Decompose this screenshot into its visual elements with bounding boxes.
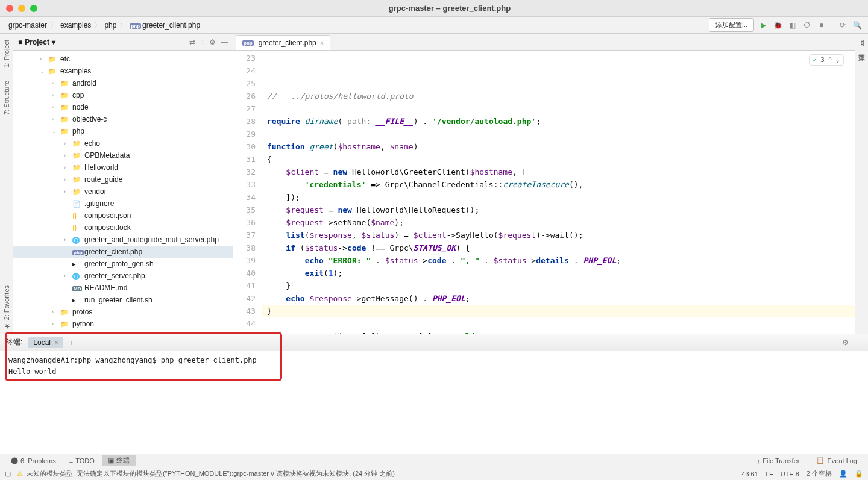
tab-problems[interactable]: ⬤ 6: Problems — [5, 455, 62, 466]
tab-file-transfer[interactable]: ↕ File Transfer — [751, 455, 806, 466]
stripe-database[interactable]: 🗄 数据库 — [856, 36, 867, 52]
line-number-gutter[interactable]: 2324252627282930313233343536373839404142… — [233, 51, 262, 334]
terminal-header: 终端: Local× + ⚙ — — [0, 334, 868, 351]
tree-item[interactable]: ›Cgreeter_server.php — [13, 270, 233, 282]
close-tab-icon[interactable]: × — [320, 39, 324, 46]
titlebar: grpc-master – greeter_client.php — [0, 0, 868, 17]
tab-todo[interactable]: ≡ TODO — [63, 456, 101, 466]
tree-item[interactable]: MDREADME.md — [13, 282, 233, 294]
stripe-structure[interactable]: 7: Structure — [2, 77, 11, 119]
line-separator[interactable]: LF — [766, 470, 773, 478]
window-title: grpc-master – greeter_client.php — [37, 4, 862, 13]
bottom-tool-stripe: ⬤ 6: Problems ≡ TODO ▣ 终端 ↕ File Transfe… — [0, 454, 868, 467]
tree-item[interactable]: 📄.gitignore — [13, 198, 233, 210]
tree-item[interactable]: ›📁Helloworld — [13, 161, 233, 173]
warning-icon: ⚠ — [17, 470, 23, 478]
tree-item[interactable]: ›📁node — [13, 101, 233, 113]
project-tree[interactable]: ›📁etc⌄📁examples›📁android›📁cpp›📁node›📁obj… — [13, 51, 233, 334]
tree-item[interactable]: ›📁echo — [13, 137, 233, 149]
tree-item[interactable]: {}composer.json — [13, 210, 233, 222]
tree-item[interactable]: {}composer.lock — [13, 222, 233, 234]
navigation-bar: grpc-master〉examples〉php〉phpgreeter_clie… — [0, 17, 868, 34]
chevron-down-icon[interactable]: ⌄ — [835, 56, 840, 64]
status-message: 未知的模块类型: 无法确定以下模块的模块类型("PYTHON_MODULE"):… — [27, 469, 395, 478]
terminal-label: 终端: — [6, 337, 22, 348]
left-tool-stripe: 1: Project 7: Structure ★ 2: Favorites — [0, 34, 13, 334]
tree-item[interactable]: ›📁objective-c — [13, 113, 233, 125]
project-view-selector[interactable]: ■ Project ▾ — [18, 38, 186, 46]
vcs-icon[interactable]: ⟳ — [838, 20, 848, 30]
settings-icon[interactable]: ⚙ — [209, 38, 216, 46]
tree-item[interactable]: ›📁route_guide — [13, 173, 233, 185]
stop-icon[interactable]: ■ — [817, 20, 826, 30]
tree-item[interactable]: ›📁vendor — [13, 185, 233, 198]
php-file-icon: php — [242, 40, 254, 46]
collapse-icon[interactable]: ÷ — [200, 38, 204, 46]
terminal-tool-window: 终端: Local× + ⚙ — wangzhoangdeAir:php wan… — [0, 334, 868, 454]
tree-item[interactable]: ⌄📁examples — [13, 65, 233, 77]
breadcrumb: grpc-master〉examples〉php〉phpgreeter_clie… — [6, 20, 706, 31]
stripe-favorites[interactable]: ★ 2: Favorites — [1, 282, 11, 334]
code-body[interactable]: // ../protos/helloworld.protorequire dir… — [262, 51, 855, 334]
editor-tab[interactable]: php greeter_client.php × — [236, 35, 330, 50]
settings-icon[interactable]: ⚙ — [842, 338, 849, 347]
tab-terminal[interactable]: ▣ 终端 — [102, 455, 136, 466]
debug-icon[interactable]: 🐞 — [773, 20, 783, 30]
terminal-tab-local[interactable]: Local× — [28, 337, 63, 348]
coverage-icon[interactable]: ◧ — [788, 20, 797, 30]
tree-item[interactable]: ›📁etc — [13, 53, 233, 65]
run-config-dropdown[interactable]: 添加配置... — [709, 18, 754, 32]
project-tool-window: ■ Project ▾ ⇄ ÷ ⚙ — ›📁etc⌄📁examples›📁and… — [13, 34, 233, 334]
tree-item[interactable]: ›📁android — [13, 77, 233, 89]
tree-item[interactable]: ›📁cpp — [13, 89, 233, 101]
lock-icon[interactable]: 🔒 — [855, 470, 863, 478]
profile-icon[interactable]: ⏱ — [802, 20, 812, 30]
close-icon[interactable]: × — [54, 338, 58, 347]
breadcrumb-item[interactable]: examples — [58, 20, 93, 31]
terminal-output[interactable]: wangzhoangdeAir:php wangzhongyang$ php g… — [0, 351, 868, 454]
tab-event-log[interactable]: 📋 Event Log — [810, 455, 863, 466]
tree-item[interactable]: ›📁GPBMetadata — [13, 149, 233, 161]
search-icon[interactable]: 🔍 — [852, 20, 862, 30]
chevron-up-icon[interactable]: ⌃ — [828, 56, 832, 64]
indent-info[interactable]: 2 个空格 — [807, 469, 832, 478]
close-icon[interactable] — [6, 5, 13, 12]
tree-item[interactable]: ▸greeter_proto_gen.sh — [13, 258, 233, 270]
tool-windows-icon[interactable]: ▢ — [5, 470, 11, 478]
minimize-icon[interactable] — [18, 5, 25, 12]
tree-item[interactable]: ›📁protos — [13, 306, 233, 318]
hide-icon[interactable]: — — [221, 38, 228, 46]
breadcrumb-item[interactable]: grpc-master — [6, 20, 49, 31]
caret-position[interactable]: 43:61 — [741, 470, 758, 478]
breadcrumb-item[interactable]: php — [102, 20, 119, 31]
tree-item[interactable]: ▸run_greeter_client.sh — [13, 294, 233, 306]
tree-item[interactable]: ⌄📁php — [13, 125, 233, 137]
check-icon: ✓ — [813, 56, 817, 64]
select-in-icon[interactable]: ⇄ — [189, 38, 195, 46]
editor-tab-label: greeter_client.php — [259, 39, 316, 47]
breadcrumb-item[interactable]: phpgreeter_client.php — [127, 20, 203, 31]
status-bar: ▢ ⚠未知的模块类型: 无法确定以下模块的模块类型("PYTHON_MODULE… — [0, 467, 868, 480]
maximize-icon[interactable] — [30, 5, 37, 12]
tree-item[interactable]: ›📁python — [13, 318, 233, 330]
stripe-project[interactable]: 1: Project — [2, 36, 11, 71]
inspection-badge[interactable]: ✓ 3 ⌃ ⌄ — [809, 54, 844, 66]
editor: php greeter_client.php × ✓ 3 ⌃ ⌄ 2324252… — [233, 34, 855, 334]
window-controls — [6, 5, 37, 12]
right-tool-stripe: 🗄 数据库 — [855, 34, 868, 334]
run-icon[interactable]: ▶ — [759, 20, 769, 30]
tree-item[interactable]: ›Cgreeter_and_routeguide_multi_server.ph… — [13, 234, 233, 246]
inspection-icon[interactable]: 👤 — [839, 470, 848, 478]
add-terminal-icon[interactable]: + — [69, 338, 74, 348]
hide-icon[interactable]: — — [855, 338, 862, 347]
file-encoding[interactable]: UTF-8 — [781, 470, 799, 478]
tree-item[interactable]: phpgreeter_client.php — [13, 246, 233, 258]
